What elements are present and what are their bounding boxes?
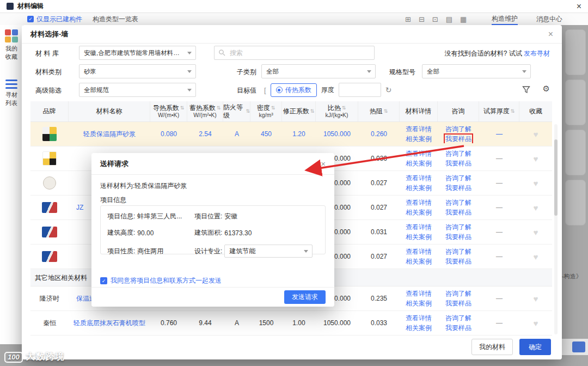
column-header-label: 材料详情 (406, 107, 432, 115)
agree-send-row[interactable]: ✓ 我同意将项目信息和联系方式一起发送 (100, 276, 222, 285)
agree-label: 我同意将项目信息和联系方式一起发送 (111, 276, 222, 285)
brand-logo-icon (42, 227, 57, 237)
show-built-only-checkbox[interactable]: ✓ 仅显示已建构件 (27, 13, 82, 25)
sidebar-item-favorites[interactable]: 我的收藏 (0, 29, 23, 61)
advanced-filter-select[interactable]: 全部规范 (79, 83, 196, 97)
heart-icon[interactable]: ♥ (534, 130, 538, 139)
resistance-cell: 0.031 (358, 228, 400, 236)
category-select[interactable]: 砂浆 (79, 64, 196, 78)
view-details-link[interactable]: 查看详情 (406, 223, 432, 231)
consult-link[interactable]: 咨询了解 (445, 314, 471, 322)
spec-select[interactable]: 全部 (422, 64, 531, 78)
view-details-link[interactable]: 查看详情 (406, 199, 432, 207)
search-input[interactable] (214, 46, 375, 60)
heart-icon[interactable]: ♥ (534, 203, 538, 212)
agree-checkbox[interactable]: ✓ (100, 277, 107, 284)
resistance-cell: 0.033 (358, 319, 400, 327)
consult-link[interactable]: 咨询了解 (445, 125, 471, 133)
message-center-link[interactable]: 消息中心 (536, 13, 562, 25)
publish-seek-link[interactable]: 发布寻材 (524, 50, 550, 57)
related-cases-link[interactable]: 相关案例 (406, 258, 432, 266)
table-row[interactable]: 轻质保温隔声砂浆0.0802.54A4501.201050.0000.260查看… (30, 122, 552, 147)
view-details-link[interactable]: 查看详情 (406, 174, 432, 182)
request-sample-link[interactable]: 我要样品 (445, 209, 471, 217)
heart-icon[interactable]: ♥ (534, 179, 538, 188)
view-details-link[interactable]: 查看详情 (406, 314, 432, 322)
related-cases-link[interactable]: 相关案例 (406, 233, 432, 241)
my-materials-button[interactable]: 我的材料 (471, 339, 513, 355)
filter-funnel-icon[interactable] (522, 86, 530, 95)
material-name-link[interactable]: 轻质保温隔声砂浆 (69, 130, 150, 139)
watermark-logo: 100 (4, 352, 23, 363)
view-details-link[interactable]: 查看详情 (406, 290, 432, 298)
heart-icon[interactable]: ♥ (534, 319, 538, 328)
request-sample-link[interactable]: 我要样品 (445, 233, 471, 241)
toolbar-icon-3[interactable]: ⊡ (432, 15, 438, 23)
target-value-input[interactable] (339, 83, 381, 97)
request-sample-link[interactable]: 我要样品 (445, 135, 471, 143)
request-sample-link[interactable]: 我要样品 (445, 160, 471, 168)
sidebar-item-seek-list[interactable]: 寻材列表 (0, 80, 23, 107)
related-cases-link[interactable]: 相关案例 (406, 135, 432, 143)
resistance-cell: 0.036 (358, 155, 400, 162)
related-cases-link[interactable]: 相关案例 (406, 209, 432, 217)
request-sample-link[interactable]: 我要样品 (445, 324, 471, 332)
thickness-radio[interactable]: 厚度 (321, 86, 334, 95)
view-details-link[interactable]: 查看详情 (406, 248, 432, 256)
table-scrollbar[interactable] (554, 124, 558, 334)
related-cases-link[interactable]: 相关案例 (406, 160, 432, 168)
column-header[interactable]: 蓄热系数⇅W/(m²•K) (187, 101, 223, 121)
refresh-icon[interactable]: ↻ (385, 86, 392, 94)
column-header[interactable]: 比热⇅kJ/(kg•K) (316, 101, 358, 121)
request-sample-link[interactable]: 我要样品 (445, 258, 471, 266)
confirm-button[interactable]: 确定 (519, 339, 551, 355)
consult-link[interactable]: 咨询了解 (445, 150, 471, 158)
related-cases-link[interactable]: 相关案例 (406, 300, 432, 308)
view-details-link[interactable]: 查看详情 (406, 125, 432, 133)
request-sample-link[interactable]: 我要样品 (445, 184, 471, 192)
column-header[interactable]: 热阻⇅ (358, 101, 400, 121)
column-header[interactable]: 导热系数⇅W/(m•K) (150, 101, 187, 121)
subcategory-select[interactable]: 全部 (261, 64, 376, 78)
library-select[interactable]: 安徽,合肥市建筑节能常用墙材料数据库 (79, 46, 196, 60)
column-header[interactable]: 密度⇅kg/m³ (250, 101, 282, 121)
request-sample-link[interactable]: 我要样品 (445, 300, 471, 308)
brand-logo-icon (42, 202, 57, 213)
design-major-select[interactable]: 建筑节能 (224, 245, 313, 258)
related-cases-link[interactable]: 相关案例 (406, 324, 432, 332)
column-header[interactable]: 试算厚度⇅ (479, 101, 519, 121)
window-close-icon[interactable]: × (577, 2, 581, 11)
favorite-cell: ♥ (519, 252, 552, 261)
table-row[interactable]: 秦恒轻质底层抹灰石膏机喷型0.7609.44A15001.001050.0000… (30, 311, 552, 335)
picker-close-icon[interactable]: × (548, 30, 553, 39)
scrollbar-thumb[interactable] (554, 139, 558, 216)
consult-link[interactable]: 咨询了解 (445, 248, 471, 256)
sample-dialog-close-icon[interactable]: × (321, 160, 326, 168)
heart-icon[interactable]: ♥ (534, 252, 538, 261)
heat-transfer-radio[interactable]: 传热系数 (271, 83, 317, 97)
consult-link[interactable]: 咨询了解 (445, 223, 471, 231)
column-header[interactable]: 修正系数⇅ (282, 101, 316, 121)
material-name-link[interactable]: 轻质底层抹灰石膏机喷型 (69, 319, 150, 328)
column-header-label: 热阻⇅ (370, 107, 388, 115)
heart-icon[interactable]: ♥ (534, 294, 538, 303)
construction-maintain-tab[interactable]: 构造维护 (492, 13, 518, 25)
construction-type-table-link[interactable]: 构造类型一览表 (93, 13, 138, 25)
heart-icon[interactable]: ♥ (534, 154, 538, 163)
toolbar-icon-4[interactable]: ▤ (446, 15, 452, 23)
toolbar-icon-5[interactable]: ▦ (460, 15, 467, 23)
consult-link[interactable]: 咨询了解 (445, 174, 471, 182)
consult-link[interactable]: 咨询了解 (445, 199, 471, 207)
toolbar-icon-1[interactable]: ⊞ (405, 15, 411, 23)
consult-link[interactable]: 咨询了解 (445, 290, 471, 298)
conductivity-cell: 0.080 (150, 130, 187, 138)
related-cases-link[interactable]: 相关案例 (406, 184, 432, 192)
send-request-button[interactable]: 发送请求 (284, 290, 326, 304)
heart-icon[interactable]: ♥ (534, 228, 538, 237)
column-header[interactable]: 防火等级⇅ (223, 101, 250, 121)
settings-gear-icon[interactable]: ⚙ (543, 84, 550, 94)
details-cell: 查看详情相关案例 (400, 125, 438, 143)
sort-icon: ⇅ (217, 105, 221, 111)
view-details-link[interactable]: 查看详情 (406, 150, 432, 158)
toolbar-icon-2[interactable]: ⊟ (419, 15, 425, 23)
